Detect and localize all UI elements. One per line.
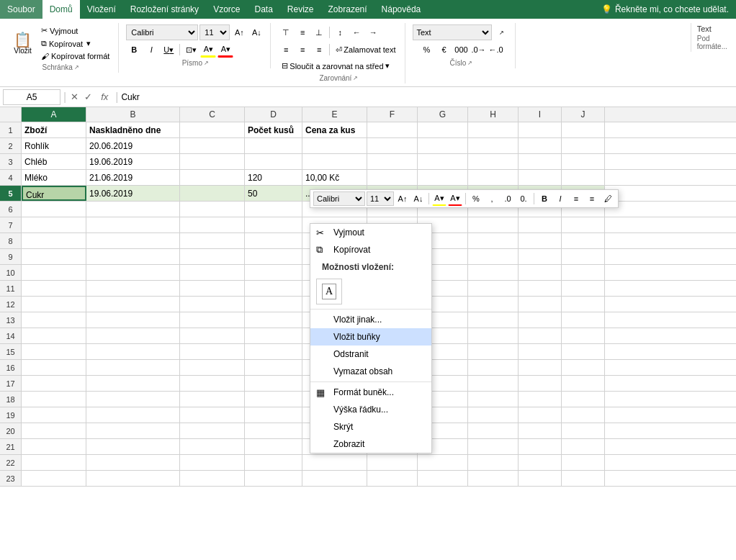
cell-H10[interactable]	[468, 265, 519, 280]
cell-c1[interactable]	[180, 122, 245, 137]
cell-reference-box[interactable]: A5	[3, 89, 60, 105]
cell-H11[interactable]	[468, 281, 519, 296]
cell-I20[interactable]	[519, 423, 562, 438]
mini-italic[interactable]: I	[553, 191, 567, 206]
cell-I10[interactable]	[519, 265, 562, 280]
cell-I9[interactable]	[519, 249, 562, 264]
cell-D10[interactable]	[245, 265, 302, 280]
cell-B23[interactable]	[86, 471, 180, 486]
mini-center[interactable]: ≡	[585, 191, 599, 206]
cell-A11[interactable]	[22, 281, 86, 296]
cell-h3[interactable]	[468, 154, 519, 169]
cell-A18[interactable]	[22, 392, 86, 407]
cell-I14[interactable]	[519, 328, 562, 343]
cell-D9[interactable]	[245, 249, 302, 264]
border-button[interactable]: ⊡▾	[183, 42, 199, 58]
copy-dropdown-icon[interactable]: ▾	[86, 39, 91, 48]
align-left-button[interactable]: ≡	[278, 42, 294, 58]
number-format-select[interactable]: Text	[413, 24, 492, 40]
cell-C12[interactable]	[180, 297, 245, 312]
mini-thousands[interactable]: ,	[485, 191, 499, 206]
cell-H13[interactable]	[468, 312, 519, 328]
cell-C15[interactable]	[180, 344, 245, 359]
cell-I7[interactable]	[519, 217, 562, 232]
cell-H20[interactable]	[468, 423, 519, 438]
cell-J20[interactable]	[562, 423, 605, 438]
cell-B15[interactable]	[86, 344, 180, 359]
cell-d5[interactable]: 50	[245, 186, 302, 201]
cell-A7[interactable]	[22, 217, 86, 232]
cell-I13[interactable]	[519, 312, 562, 328]
copy-button[interactable]: ⧉ Kopírovat ▾	[38, 37, 112, 50]
cell-J10[interactable]	[562, 265, 605, 280]
cell-J21[interactable]	[562, 439, 605, 454]
cell-f3[interactable]	[367, 154, 418, 169]
cell-B14[interactable]	[86, 328, 180, 343]
cell-J22[interactable]	[562, 455, 605, 470]
cell-d3[interactable]	[245, 154, 302, 169]
cell-B11[interactable]	[86, 281, 180, 296]
merge-dropdown-icon[interactable]: ▾	[385, 61, 390, 71]
cell-J7[interactable]	[562, 217, 605, 232]
cell-I21[interactable]	[519, 439, 562, 454]
cell-A8[interactable]	[22, 233, 86, 248]
cell-D21[interactable]	[245, 439, 302, 454]
cell-A23[interactable]	[22, 471, 86, 486]
cell-a1[interactable]: Zboží	[22, 122, 86, 137]
alignment-expand-icon[interactable]: ↗	[353, 75, 358, 81]
menu-napoveda[interactable]: Nápověda	[374, 0, 428, 19]
cell-i2[interactable]	[519, 138, 562, 153]
cell-A21[interactable]	[22, 439, 86, 454]
cell-H17[interactable]	[468, 376, 519, 391]
cell-C22[interactable]	[180, 455, 245, 470]
cell-D11[interactable]	[245, 281, 302, 296]
ctx-paste-special[interactable]: Vložit jinak...	[310, 311, 431, 328]
cell-H18[interactable]	[468, 392, 519, 407]
cell-C7[interactable]	[180, 217, 245, 232]
cell-D6[interactable]	[245, 202, 302, 217]
cell-I15[interactable]	[519, 344, 562, 359]
cell-B22[interactable]	[86, 455, 180, 470]
format-copy-button[interactable]: 🖌 Kopírovat formát	[38, 50, 112, 62]
paste-button[interactable]: 📋 Vložit	[9, 32, 37, 55]
cell-H15[interactable]	[468, 344, 519, 359]
cell-C18[interactable]	[180, 392, 245, 407]
col-header-j[interactable]: J	[562, 107, 605, 122]
text-direction-button[interactable]: ↕	[332, 24, 348, 40]
ctx-clear-content[interactable]: Vymazat obsah	[310, 363, 431, 380]
cell-D19[interactable]	[245, 407, 302, 423]
cell-f2[interactable]	[367, 138, 418, 153]
menu-revize[interactable]: Revize	[280, 0, 321, 19]
font-expand-icon[interactable]: ↗	[204, 60, 209, 66]
cell-C8[interactable]	[180, 233, 245, 248]
cell-D17[interactable]	[245, 376, 302, 391]
confirm-formula-icon[interactable]: ✓	[83, 90, 94, 104]
cell-C9[interactable]	[180, 249, 245, 264]
cell-A14[interactable]	[22, 328, 86, 343]
align-right-button[interactable]: ≡	[311, 42, 327, 58]
cell-H14[interactable]	[468, 328, 519, 343]
clipboard-expand-icon[interactable]: ↗	[74, 64, 79, 71]
cell-g2[interactable]	[418, 138, 468, 153]
cell-A16[interactable]	[22, 360, 86, 375]
cell-D8[interactable]	[245, 233, 302, 248]
menu-zobrazeni[interactable]: Zobrazení	[321, 0, 374, 19]
fill-color-button[interactable]: A▾	[200, 42, 216, 58]
underline-button[interactable]: U▾	[161, 42, 176, 58]
bold-button[interactable]: B	[126, 42, 142, 58]
cell-D12[interactable]	[245, 297, 302, 312]
cell-J11[interactable]	[562, 281, 605, 296]
cell-J18[interactable]	[562, 392, 605, 407]
cell-G23[interactable]	[418, 471, 468, 486]
col-header-f[interactable]: F	[367, 107, 418, 122]
cell-H12[interactable]	[468, 297, 519, 312]
cell-B13[interactable]	[86, 312, 180, 328]
cell-I16[interactable]	[519, 360, 562, 375]
decrease-decimal-button[interactable]: ←.0	[488, 42, 503, 58]
cell-e4[interactable]: 10,00 Kč	[302, 170, 367, 185]
cell-H9[interactable]	[468, 249, 519, 264]
menu-soubor[interactable]: Soubor	[0, 0, 42, 19]
cell-A22[interactable]	[22, 455, 86, 470]
cell-C17[interactable]	[180, 376, 245, 391]
cell-h2[interactable]	[468, 138, 519, 153]
